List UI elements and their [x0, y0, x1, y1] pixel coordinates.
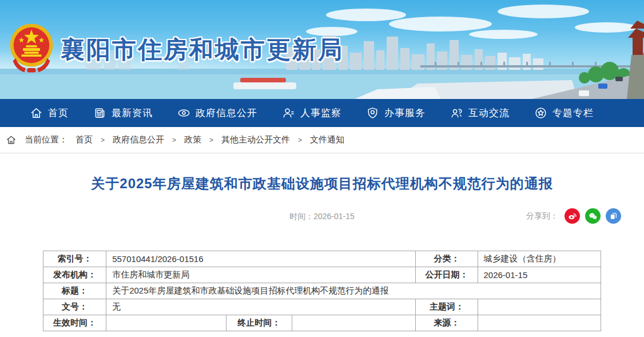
nav-item-label: 人事监察 [300, 106, 341, 120]
nav-item-label: 首页 [48, 106, 69, 120]
share-label: 分享到： [526, 211, 558, 221]
wechat-icon [588, 211, 598, 221]
national-emblem-icon [8, 22, 55, 74]
page-title: 关于2025年房屋建筑和市政基础设施项目招标代理机构不规范行为的通报 [0, 175, 644, 193]
nav-item-special-topics[interactable]: 专题专栏 [534, 106, 594, 120]
expiry-date-label: 终止时间： [226, 315, 292, 331]
table-row: 标题： 关于2025年房屋建筑和市政基础设施项目招标代理机构不规范行为的通报 [43, 283, 601, 299]
breadcrumb-item-other-public-docs[interactable]: 其他主动公开文件 [221, 134, 290, 145]
shield-icon [366, 106, 379, 120]
wechat-share-button[interactable] [585, 208, 601, 224]
home-icon [30, 106, 43, 120]
time-label: 时间： [289, 212, 313, 221]
category-value: 城乡建设（含住房） [478, 251, 601, 267]
nav-item-interaction[interactable]: 互动交流 [450, 106, 510, 120]
main-nav: 首页 最新资讯 政府信息公开 人事监察 办事服务 互动交流 [0, 99, 644, 127]
breadcrumb: 当前位置： 首页 > 政府信息公开 > 政策 > 其他主动公开文件 > 文件通知 [0, 127, 644, 153]
breadcrumb-item-home[interactable]: 首页 [75, 134, 93, 145]
table-row: 发布机构： 市住房和城市更新局 公开日期： 2026-01-15 [43, 267, 601, 283]
eye-icon [177, 106, 190, 120]
doc-title-value: 关于2025年房屋建筑和市政基础设施项目招标代理机构不规范行为的通报 [106, 283, 601, 299]
weibo-icon [567, 211, 577, 221]
keywords-label: 主题词： [416, 299, 478, 315]
nav-item-gov-info[interactable]: 政府信息公开 [177, 106, 257, 120]
nav-item-services[interactable]: 办事服务 [366, 106, 426, 120]
table-row: 索引号： 557010441/2026-01516 分类： 城乡建设（含住房） [43, 251, 601, 267]
source-label: 来源： [416, 315, 478, 331]
doc-number-label: 文号： [43, 299, 106, 315]
article-meta-line: 时间：2026-01-15 分享到： [0, 208, 644, 224]
share-bar: 分享到： [526, 208, 621, 224]
nav-item-label: 办事服务 [384, 106, 426, 120]
home-icon [6, 134, 17, 145]
breadcrumb-separator: > [209, 136, 213, 144]
nav-item-home[interactable]: 首页 [30, 106, 69, 120]
people-chat-icon [450, 106, 463, 120]
category-label: 分类： [416, 251, 478, 267]
effective-date-label: 生效时间： [43, 315, 106, 331]
nav-item-label: 政府信息公开 [196, 106, 257, 120]
person-list-icon [282, 106, 295, 120]
copy-link-icon [609, 211, 618, 221]
nav-item-label: 专题专栏 [552, 106, 594, 120]
site-banner: 襄阳市住房和城市更新局 [0, 0, 644, 99]
nav-item-label: 最新资讯 [112, 106, 153, 120]
nav-item-personnel[interactable]: 人事监察 [282, 106, 341, 120]
star-circle-icon [534, 106, 547, 120]
breadcrumb-label: 当前位置： [25, 134, 67, 145]
breadcrumb-separator: > [298, 136, 302, 144]
effective-date-value [106, 315, 226, 331]
breadcrumb-separator: > [172, 136, 176, 144]
copy-link-share-button[interactable] [606, 208, 621, 224]
breadcrumb-item-policy[interactable]: 政策 [184, 134, 201, 145]
expiry-date-value [292, 315, 415, 331]
breadcrumb-item-file-notice[interactable]: 文件通知 [310, 134, 344, 145]
breadcrumb-item-gov-info[interactable]: 政府信息公开 [113, 134, 164, 145]
publishing-agency-label: 发布机构： [43, 267, 106, 283]
article-content: 关于2025年房屋建筑和市政基础设施项目招标代理机构不规范行为的通报 时间：20… [0, 153, 644, 331]
publish-date-value: 2026-01-15 [478, 267, 601, 283]
breadcrumb-separator: > [101, 136, 105, 144]
table-row: 生效时间： 终止时间： 来源： [43, 315, 601, 331]
weibo-share-button[interactable] [565, 208, 580, 224]
source-value [478, 315, 601, 331]
site-title: 襄阳市住房和城市更新局 [61, 34, 344, 66]
index-number-value: 557010441/2026-01516 [106, 251, 416, 267]
time-value: 2026-01-15 [313, 212, 355, 221]
publishing-agency-value: 市住房和城市更新局 [106, 267, 416, 283]
nav-item-label: 互动交流 [468, 106, 510, 120]
publish-date-label: 公开日期： [416, 267, 478, 283]
nav-item-news[interactable]: 最新资讯 [93, 106, 153, 120]
doc-title-label: 标题： [43, 283, 106, 299]
newspaper-icon [93, 106, 106, 120]
document-meta-table: 索引号： 557010441/2026-01516 分类： 城乡建设（含住房） … [43, 251, 601, 331]
index-number-label: 索引号： [43, 251, 106, 267]
doc-number-value: 无 [106, 299, 416, 315]
table-row: 文号： 无 主题词： [43, 299, 601, 315]
keywords-value [478, 299, 601, 315]
